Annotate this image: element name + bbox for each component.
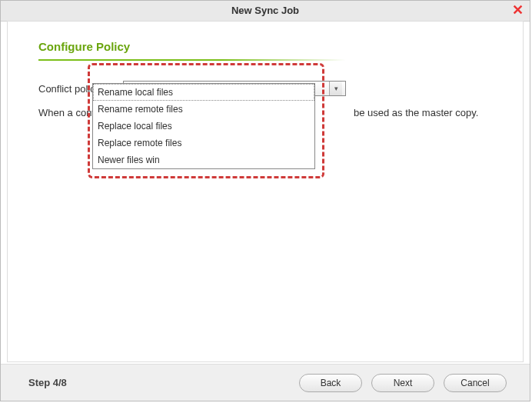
- dropdown-option[interactable]: Replace remote files: [93, 135, 314, 152]
- dropdown-option[interactable]: Newer files win: [93, 152, 314, 168]
- content-area: Configure Policy Conflict policy: Rename…: [7, 21, 524, 362]
- close-icon: ✕: [512, 2, 524, 18]
- close-button[interactable]: ✕: [510, 2, 525, 18]
- next-button[interactable]: Next: [371, 374, 434, 392]
- dropdown-option[interactable]: Rename local files: [93, 84, 314, 101]
- dialog-window: New Sync Job ✕ Configure Policy Conflict…: [0, 0, 530, 401]
- cancel-button[interactable]: Cancel: [444, 374, 507, 392]
- conflict-policy-dropdown[interactable]: Rename local filesRename remote filesRep…: [92, 83, 315, 169]
- titlebar: New Sync Job ✕: [1, 1, 530, 22]
- dropdown-option[interactable]: Replace local files: [93, 118, 314, 135]
- desc-after: be used as the master copy.: [354, 107, 478, 118]
- dropdown-option[interactable]: Rename remote files: [93, 101, 314, 118]
- window-title: New Sync Job: [231, 5, 299, 16]
- back-button[interactable]: Back: [299, 374, 362, 392]
- footer: Step 4/8 Back Next Cancel: [1, 364, 530, 401]
- section-underline: [38, 59, 346, 61]
- section-heading: Configure Policy: [38, 40, 492, 53]
- step-indicator: Step 4/8: [28, 377, 290, 388]
- chevron-down-icon: ▾: [329, 82, 342, 95]
